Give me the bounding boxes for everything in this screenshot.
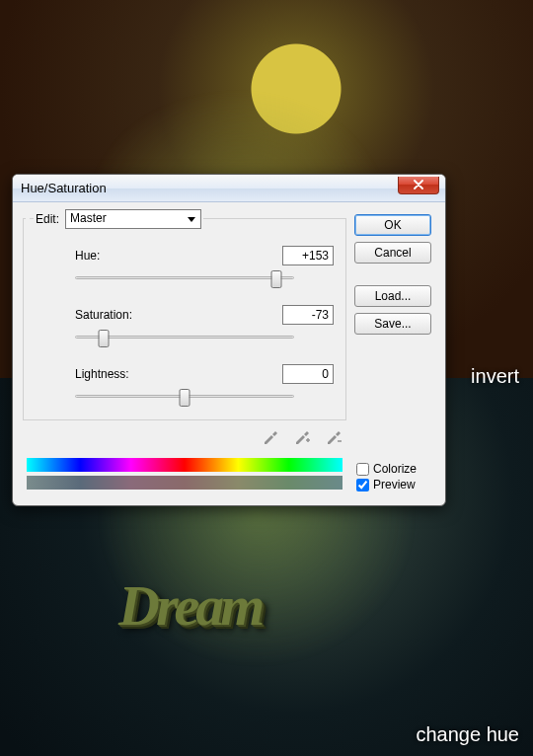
lightness-slider[interactable] — [75, 388, 294, 406]
lightness-input[interactable] — [282, 364, 334, 384]
dialog-titlebar[interactable]: Hue/Saturation — [13, 175, 445, 202]
colorize-checkbox[interactable] — [356, 463, 369, 476]
eyedropper-add-icon — [293, 427, 311, 448]
annotation-change-hue: change hue — [416, 723, 519, 746]
hue-slider-thumb[interactable] — [271, 270, 282, 288]
eyedropper-add-tool[interactable] — [291, 426, 313, 448]
edit-combobox[interactable]: Master — [65, 209, 201, 229]
hue-input[interactable] — [282, 246, 334, 265]
colorize-label: Colorize — [373, 462, 417, 476]
eyedropper-subtract-tool[interactable] — [323, 426, 344, 448]
artwork-text: Dream — [118, 572, 261, 639]
hue-slider-track — [75, 276, 294, 279]
hue-spectrum-strip — [27, 458, 343, 472]
lightness-label: Lightness: — [75, 367, 282, 381]
cancel-button[interactable]: Cancel — [354, 242, 431, 264]
hue-slider[interactable] — [75, 269, 294, 287]
edit-combobox-value: Master — [70, 211, 107, 225]
edit-group: Edit: Master Hue: — [23, 218, 346, 420]
edit-label: Edit: — [36, 212, 59, 226]
preview-checkbox[interactable] — [356, 479, 369, 491]
saturation-label: Saturation: — [75, 308, 282, 322]
saturation-input[interactable] — [282, 305, 334, 325]
lightness-slider-thumb[interactable] — [180, 389, 190, 407]
close-button[interactable] — [398, 177, 439, 194]
hue-label: Hue: — [75, 249, 282, 263]
close-icon — [413, 179, 424, 192]
eyedropper-subtract-icon — [325, 427, 343, 448]
preview-label: Preview — [373, 478, 416, 491]
ok-button[interactable]: OK — [354, 214, 431, 236]
eyedropper-tool[interactable] — [260, 426, 281, 448]
saturation-slider[interactable] — [75, 329, 294, 346]
result-spectrum-strip — [27, 476, 343, 490]
saturation-slider-thumb[interactable] — [98, 330, 109, 347]
eyedropper-icon — [262, 427, 279, 448]
annotation-invert: invert — [471, 365, 519, 388]
save-button[interactable]: Save... — [354, 313, 431, 335]
load-button[interactable]: Load... — [354, 285, 431, 307]
hue-saturation-dialog: Hue/Saturation Edit: Master Hue: — [12, 174, 446, 506]
dialog-title: Hue/Saturation — [21, 181, 107, 195]
